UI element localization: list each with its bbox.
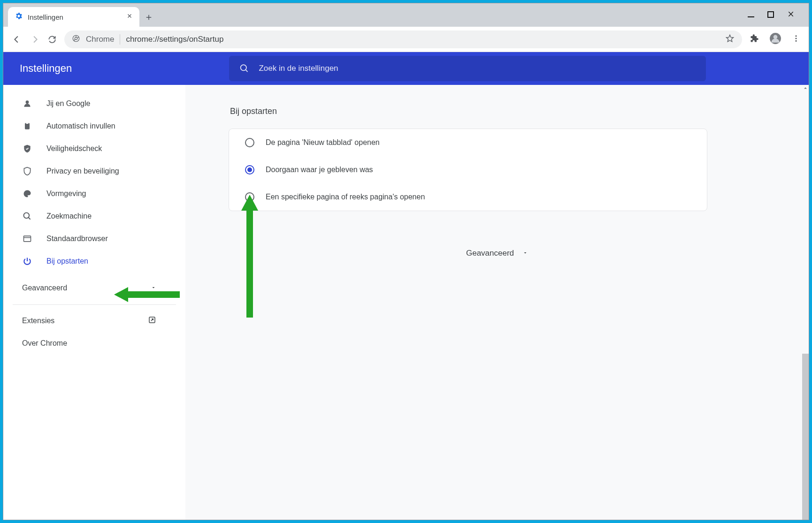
svg-point-8 xyxy=(796,40,797,41)
divider xyxy=(120,34,120,45)
sidebar-item-autofill[interactable]: Automatisch invullen xyxy=(3,115,185,137)
svg-point-10 xyxy=(26,100,29,104)
svg-marker-16 xyxy=(114,287,180,302)
search-icon xyxy=(22,212,32,221)
sidebar-item-label: Jij en Google xyxy=(46,99,90,108)
sidebar-extensions[interactable]: Extensies xyxy=(3,310,185,332)
settings-search[interactable] xyxy=(229,56,706,81)
minimize-button[interactable] xyxy=(748,10,754,20)
tab-title: Instellingen xyxy=(28,13,122,21)
shield-check-icon xyxy=(22,144,32,153)
search-icon xyxy=(239,63,249,74)
external-link-icon xyxy=(148,316,156,326)
shield-icon xyxy=(22,167,32,176)
settings-icon xyxy=(15,12,23,22)
sidebar-item-label: Vormgeving xyxy=(46,189,86,198)
url-text: chrome://settings/onStartup xyxy=(126,35,223,44)
svg-rect-1 xyxy=(768,12,774,17)
sidebar-advanced-label: Geavanceerd xyxy=(22,284,67,292)
person-icon xyxy=(22,99,32,108)
sidebar-item-on-startup[interactable]: Bij opstarten xyxy=(3,250,185,273)
palette-icon xyxy=(22,189,32,198)
radio-icon xyxy=(245,165,254,174)
svg-point-13 xyxy=(24,213,30,219)
sidebar-item-safety[interactable]: Veiligheidscheck xyxy=(3,137,185,160)
close-icon[interactable] xyxy=(126,13,133,21)
search-input[interactable] xyxy=(259,64,696,73)
clipboard-icon xyxy=(22,121,32,131)
advanced-toggle[interactable]: Geavanceerd xyxy=(185,249,809,258)
option-label: Een specifieke pagina of reeks pagina's … xyxy=(266,193,425,201)
extensions-icon[interactable] xyxy=(750,34,759,45)
sidebar-item-search-engine[interactable]: Zoekmachine xyxy=(3,205,185,227)
close-window-button[interactable] xyxy=(787,10,795,20)
sidebar-item-label: Veiligheidscheck xyxy=(46,144,102,153)
advanced-label: Geavanceerd xyxy=(466,249,514,258)
browser-toolbar: Chrome chrome://settings/onStartup xyxy=(3,27,809,52)
separator xyxy=(13,304,176,305)
content: Jij en Google Automatisch invullen Veili… xyxy=(3,85,809,520)
sidebar-item-appearance[interactable]: Vormgeving xyxy=(3,182,185,205)
tab-strip: Instellingen xyxy=(3,3,809,27)
svg-rect-12 xyxy=(26,122,29,124)
sidebar-item-privacy[interactable]: Privacy en beveiliging xyxy=(3,160,185,182)
svg-point-5 xyxy=(774,35,778,39)
browser-icon xyxy=(22,234,32,243)
svg-rect-14 xyxy=(24,236,31,242)
profile-icon[interactable] xyxy=(769,32,781,46)
sidebar-extensions-label: Extensies xyxy=(22,317,54,325)
new-tab-button[interactable] xyxy=(139,8,158,27)
power-icon xyxy=(22,257,32,266)
chevron-down-icon xyxy=(522,249,528,258)
forward-button[interactable] xyxy=(30,34,40,45)
sidebar-item-label: Privacy en beveiliging xyxy=(46,167,119,175)
sidebar-item-you-and-google[interactable]: Jij en Google xyxy=(3,92,185,115)
reload-button[interactable] xyxy=(47,35,57,44)
browser-tab[interactable]: Instellingen xyxy=(8,7,139,27)
menu-icon[interactable] xyxy=(792,34,800,45)
maximize-button[interactable] xyxy=(767,10,774,20)
bookmark-icon[interactable] xyxy=(725,34,735,45)
option-continue[interactable]: Doorgaan waar je gebleven was xyxy=(229,156,707,183)
window: Instellingen Chrome chrome://settings/on… xyxy=(3,3,809,520)
sidebar-item-default-browser[interactable]: Standaardbrowser xyxy=(3,227,185,250)
option-new-tab[interactable]: De pagina 'Nieuw tabblad' openen xyxy=(229,129,707,156)
sidebar-about-label: Over Chrome xyxy=(22,339,67,348)
startup-card: De pagina 'Nieuw tabblad' openen Doorgaa… xyxy=(229,129,707,211)
sidebar-item-label: Bij opstarten xyxy=(46,257,88,265)
chrome-icon xyxy=(72,34,80,45)
svg-marker-17 xyxy=(241,195,258,318)
sidebar-about[interactable]: Over Chrome xyxy=(3,332,185,355)
svg-point-6 xyxy=(796,35,797,37)
address-bar[interactable]: Chrome chrome://settings/onStartup xyxy=(64,30,742,48)
svg-point-7 xyxy=(796,38,797,39)
sidebar-item-label: Automatisch invullen xyxy=(46,122,115,130)
option-specific-pages[interactable]: Een specifieke pagina of reeks pagina's … xyxy=(229,183,707,211)
option-label: De pagina 'Nieuw tabblad' openen xyxy=(266,138,380,147)
svg-rect-0 xyxy=(748,16,754,17)
option-label: Doorgaan waar je gebleven was xyxy=(266,166,373,174)
back-button[interactable] xyxy=(12,34,22,45)
toolbar-right xyxy=(750,32,800,46)
scrollbar-thumb[interactable] xyxy=(802,354,809,520)
url-chip: Chrome xyxy=(86,35,114,44)
annotation-arrow-left xyxy=(114,285,180,304)
svg-rect-11 xyxy=(25,123,30,129)
main: Bij opstarten De pagina 'Nieuw tabblad' … xyxy=(185,85,809,520)
settings-header: Instellingen xyxy=(3,52,809,85)
sidebar-item-label: Zoekmachine xyxy=(46,212,92,220)
page-title: Instellingen xyxy=(20,62,72,75)
scroll-up-icon[interactable] xyxy=(802,85,809,91)
annotation-arrow-up xyxy=(240,195,259,318)
radio-icon xyxy=(245,138,254,147)
scrollbar[interactable] xyxy=(802,85,809,520)
svg-point-9 xyxy=(241,65,246,70)
window-controls xyxy=(748,3,809,27)
section-title: Bij opstarten xyxy=(230,106,809,116)
sidebar-item-label: Standaardbrowser xyxy=(46,235,108,243)
